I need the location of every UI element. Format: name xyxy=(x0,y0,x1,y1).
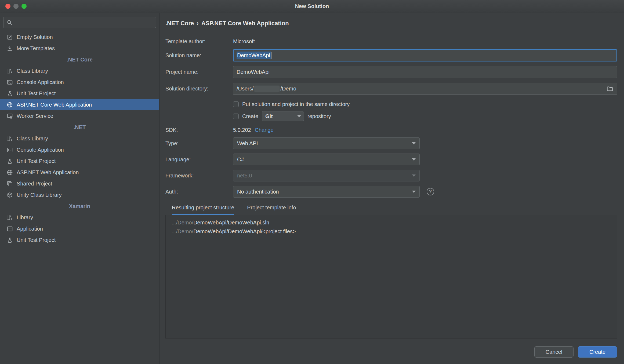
sidebar-item-more-templates[interactable]: More Templates xyxy=(0,43,159,54)
template-sidebar: Empty Solution More Templates .NET Core … xyxy=(0,13,159,364)
sidebar-item-shared-project[interactable]: Shared Project xyxy=(0,178,159,189)
sidebar-item-label: Worker Service xyxy=(17,113,53,119)
close-window-button[interactable] xyxy=(5,4,10,9)
structure-line-path: DemoWebApi/DemoWebApi/<project files> xyxy=(193,228,296,234)
sidebar-item-worker-service[interactable]: Worker Service xyxy=(0,110,159,122)
sidebar-item-unit-test-project-core[interactable]: Unit Test Project xyxy=(0,88,159,99)
same-directory-checkbox[interactable] xyxy=(233,101,239,107)
download-icon xyxy=(6,45,13,52)
console-icon xyxy=(6,79,13,86)
auth-dropdown-value: No authentication xyxy=(237,189,279,195)
console-icon xyxy=(6,147,13,153)
sidebar-item-xamarin-library[interactable]: Library xyxy=(0,212,159,223)
structure-line-prefix: .../Demo/ xyxy=(172,220,193,225)
cancel-button[interactable]: Cancel xyxy=(534,346,574,358)
sidebar-group-dotnet: .NET xyxy=(0,122,159,133)
create-button[interactable]: Create xyxy=(578,346,617,358)
create-repository-prefix-label: Create xyxy=(242,113,258,119)
sidebar-item-empty-solution[interactable]: Empty Solution xyxy=(0,31,159,43)
text-caret xyxy=(271,52,271,59)
same-directory-option: Put solution and project in the same dir… xyxy=(233,101,617,107)
sidebar-item-label: Unit Test Project xyxy=(17,158,56,164)
globe-icon xyxy=(6,169,13,176)
zoom-window-button[interactable] xyxy=(21,4,27,9)
chevron-down-icon xyxy=(412,174,416,177)
template-search[interactable] xyxy=(3,17,156,28)
framework-label: Framework: xyxy=(165,173,233,179)
breadcrumb: .NET Core › ASP.NET Core Web Application xyxy=(165,20,617,27)
project-structure-preview: .../Demo/DemoWebApi/DemoWebApi.sln .../D… xyxy=(165,215,617,338)
sidebar-item-label: ASP.NET Web Application xyxy=(17,169,79,176)
framework-dropdown: net5.0 xyxy=(233,170,420,181)
sidebar-item-xamarin-application[interactable]: Application xyxy=(0,223,159,234)
sidebar-item-label: Application xyxy=(17,226,43,232)
auth-label: Auth: xyxy=(165,189,233,195)
sidebar-item-console-application-net[interactable]: Console Application xyxy=(0,144,159,155)
search-icon xyxy=(6,19,13,26)
sidebar-item-label: Unity Class Library xyxy=(17,192,62,198)
chevron-down-icon xyxy=(412,158,416,161)
unity-icon xyxy=(6,192,13,198)
sidebar-item-label: Library xyxy=(17,214,33,221)
unit-test-icon xyxy=(6,90,13,97)
preview-tabs: Resulting project structure Project temp… xyxy=(172,205,617,215)
sdk-change-link[interactable]: Change xyxy=(255,127,274,133)
sidebar-item-class-library-core[interactable]: Class Library xyxy=(0,65,159,77)
sidebar-group-xamarin: Xamarin xyxy=(0,201,159,212)
tab-resulting-project-structure[interactable]: Resulting project structure xyxy=(172,205,234,215)
chevron-down-icon xyxy=(297,115,301,117)
type-label: Type: xyxy=(165,140,233,147)
window-controls xyxy=(5,0,27,13)
empty-solution-icon xyxy=(6,34,13,41)
sidebar-item-class-library-net[interactable]: Class Library xyxy=(0,133,159,144)
vcs-dropdown-value: Git xyxy=(265,113,273,119)
worker-service-icon xyxy=(6,113,13,119)
language-dropdown-value: C# xyxy=(237,156,244,163)
class-library-icon xyxy=(6,214,13,221)
sidebar-item-label: Empty Solution xyxy=(17,34,53,40)
browse-folder-button[interactable] xyxy=(606,85,614,93)
language-dropdown[interactable]: C# xyxy=(233,154,420,165)
template-author-value: Microsoft xyxy=(233,38,617,45)
framework-dropdown-value: net5.0 xyxy=(237,173,252,179)
auth-dropdown[interactable]: No authentication xyxy=(233,186,420,198)
sidebar-item-label: Shared Project xyxy=(17,181,52,187)
language-label: Language: xyxy=(165,156,233,163)
sidebar-item-unity-class-library[interactable]: Unity Class Library xyxy=(0,189,159,201)
sidebar-item-label: Console Application xyxy=(17,147,64,153)
vcs-dropdown[interactable]: Git xyxy=(262,111,304,121)
structure-line: .../Demo/DemoWebApi/DemoWebApi.sln xyxy=(172,218,611,227)
redacted-username xyxy=(254,86,280,92)
breadcrumb-separator: › xyxy=(197,20,198,27)
solution-directory-input[interactable]: /Users/ /Demo xyxy=(233,83,617,95)
tab-project-template-info[interactable]: Project template info xyxy=(247,205,296,215)
create-repository-option: Create Git repository xyxy=(233,111,617,121)
same-directory-label: Put solution and project in the same dir… xyxy=(242,101,350,107)
project-name-input[interactable] xyxy=(233,66,617,78)
type-dropdown[interactable]: Web API xyxy=(233,137,420,149)
create-repository-checkbox[interactable] xyxy=(233,114,239,119)
create-repository-suffix-label: repository xyxy=(307,113,331,119)
sidebar-item-console-application-core[interactable]: Console Application xyxy=(0,77,159,88)
solution-name-label: Solution name: xyxy=(165,52,233,59)
sidebar-item-label: ASP.NET Core Web Application xyxy=(17,102,92,108)
template-list: Empty Solution More Templates .NET Core … xyxy=(0,31,159,246)
sidebar-item-label: More Templates xyxy=(17,45,55,52)
template-author-label: Template author: xyxy=(165,38,233,45)
help-icon[interactable]: ? xyxy=(427,188,434,195)
project-name-label: Project name: xyxy=(165,69,233,75)
sidebar-item-label: Console Application xyxy=(17,79,64,85)
window-title: New Solution xyxy=(295,3,329,9)
sidebar-item-label: Unit Test Project xyxy=(17,237,56,243)
class-library-icon xyxy=(6,135,13,142)
sidebar-item-xamarin-unit-test-project[interactable]: Unit Test Project xyxy=(0,234,159,246)
search-input[interactable] xyxy=(15,19,153,26)
unit-test-icon xyxy=(6,158,13,165)
sidebar-item-aspnet-web-application[interactable]: ASP.NET Web Application xyxy=(0,167,159,178)
globe-icon xyxy=(6,101,13,108)
solution-name-input[interactable]: DemoWebApi xyxy=(233,49,617,61)
sdk-row: 5.0.202 Change xyxy=(233,127,617,133)
sidebar-item-unit-test-project-net[interactable]: Unit Test Project xyxy=(0,155,159,167)
sidebar-item-aspnet-core-web-application[interactable]: ASP.NET Core Web Application xyxy=(0,99,159,110)
sidebar-item-label: Class Library xyxy=(17,68,48,74)
